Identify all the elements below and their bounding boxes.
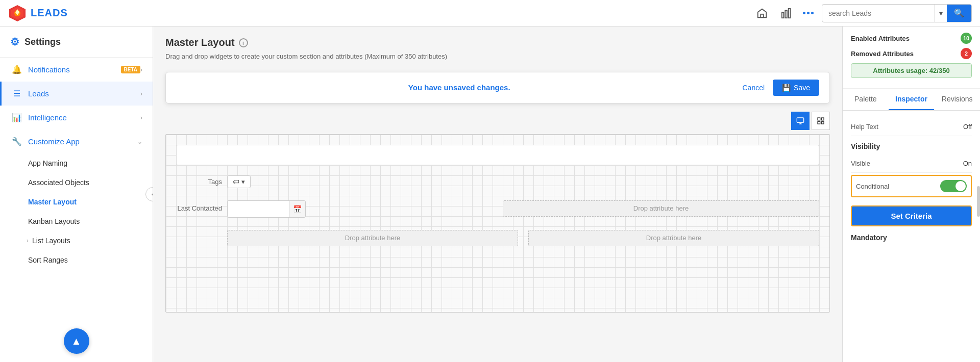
sidebar-item-customize[interactable]: 🔧 Customize App ⌄ — [0, 130, 153, 153]
tags-label: Tags — [176, 178, 227, 186]
svg-rect-14 — [821, 121, 824, 124]
conditional-toggle[interactable] — [940, 180, 967, 192]
drop-zone[interactable]: Drop attribute here — [528, 230, 819, 246]
gear-icon: ⚙ — [10, 36, 19, 48]
last-contacted-row: Last Contacted 📅 Drop attribute here — [176, 200, 819, 218]
attributes-usage: Attributes usage: 42/350 — [851, 63, 972, 78]
submenu-app-naming[interactable]: App Naming — [0, 153, 153, 173]
chevron-up-icon: ▲ — [71, 335, 82, 347]
sidebar-submenu: App Naming Associated Objects Master Lay… — [0, 153, 153, 270]
svg-rect-6 — [785, 10, 787, 18]
svg-rect-11 — [818, 118, 820, 120]
svg-rect-8 — [797, 118, 803, 122]
search-dropdown[interactable]: ▾ — [935, 5, 947, 22]
header-nav — [754, 5, 814, 21]
home-icon[interactable] — [754, 5, 770, 21]
visible-label: Visible — [851, 160, 870, 167]
sidebar-item-label: Leads — [28, 89, 140, 98]
scrollbar-track — [977, 111, 980, 362]
content-area: Master Layout i Drag and drop widgets to… — [153, 27, 980, 362]
inspector-content: Help Text Off Visibility Visible On Cond… — [843, 111, 980, 362]
info-icon[interactable]: i — [239, 38, 248, 47]
sidebar: ⚙ Settings 🔔 Notifications BETA › ☰ Lead… — [0, 27, 153, 362]
removed-label: Removed Attributes — [851, 50, 914, 58]
floppy-disk-icon: 💾 — [782, 84, 791, 92]
tab-inspector[interactable]: Inspector — [889, 89, 935, 110]
drop-zone[interactable]: Drop attribute here — [227, 230, 518, 246]
help-text-label: Help Text — [851, 123, 878, 131]
right-panel: Enabled Attributes 10 Removed Attributes… — [842, 27, 980, 362]
tab-palette[interactable]: Palette — [843, 89, 889, 110]
tags-row: Tags 🏷 ▾ — [176, 175, 819, 188]
chart-icon[interactable] — [778, 5, 795, 21]
svg-rect-12 — [821, 118, 824, 120]
sidebar-header: ⚙ Settings — [0, 27, 153, 58]
submenu-master-layout[interactable]: Master Layout — [0, 192, 153, 212]
customize-icon: 🔧 — [12, 137, 22, 146]
visibility-heading: Visibility — [851, 136, 972, 154]
grid-view-button[interactable] — [812, 112, 830, 130]
cancel-link[interactable]: Cancel — [742, 84, 765, 92]
canvas-subtitle: Drag and drop widgets to create your cus… — [165, 51, 830, 62]
sidebar-item-notifications[interactable]: 🔔 Notifications BETA › — [0, 58, 153, 82]
visible-row: Visible On — [851, 154, 972, 173]
sidebar-item-leads[interactable]: ☰ Leads › — [0, 82, 153, 106]
drop-zone[interactable]: Drop attribute here — [503, 200, 819, 217]
scroll-up-button[interactable]: ▲ — [64, 328, 89, 354]
date-input-wrap[interactable]: 📅 — [227, 200, 306, 218]
visible-value: On — [963, 160, 972, 167]
svg-rect-13 — [818, 121, 820, 124]
toggle-knob — [955, 181, 966, 191]
scrollbar-thumb[interactable] — [977, 186, 980, 217]
notification-icon: 🔔 — [12, 65, 22, 74]
submenu-sort-ranges[interactable]: Sort Ranges — [0, 250, 153, 270]
calendar-icon[interactable]: 📅 — [289, 201, 305, 217]
drop-zone-right-2[interactable]: Drop attribute here — [528, 230, 819, 246]
submenu-kanban-layouts[interactable]: Kanban Layouts — [0, 212, 153, 231]
canvas-area: Master Layout i Drag and drop widgets to… — [153, 27, 842, 362]
conditional-label: Conditional — [856, 183, 889, 190]
svg-rect-7 — [789, 8, 791, 17]
settings-label: Settings — [24, 37, 61, 47]
search-bar[interactable]: ▾ 🔍 — [822, 4, 972, 22]
tags-input[interactable]: 🏷 ▾ — [227, 175, 251, 188]
drop-zone-left[interactable]: Drop attribute here — [227, 230, 518, 246]
tab-revisions[interactable]: Revisions — [934, 89, 980, 110]
chevron-left-icon: ‹ — [152, 191, 153, 198]
removed-attributes-row: Removed Attributes 2 — [851, 48, 972, 59]
intelligence-icon: 📊 — [12, 113, 22, 122]
svg-rect-5 — [782, 12, 784, 18]
submenu-list-layouts[interactable]: List Layouts — [31, 237, 70, 245]
sidebar-item-intelligence[interactable]: 📊 Intelligence › — [0, 106, 153, 130]
set-criteria-button[interactable]: Set Criteria — [851, 205, 972, 226]
svg-rect-4 — [761, 14, 764, 17]
attributes-summary: Enabled Attributes 10 Removed Attributes… — [843, 27, 980, 89]
logo-icon — [8, 4, 27, 22]
more-icon[interactable] — [803, 12, 814, 14]
enabled-attributes-row: Enabled Attributes 10 — [851, 33, 972, 44]
save-button[interactable]: 💾 Save — [773, 80, 819, 96]
search-button[interactable]: 🔍 — [947, 5, 971, 22]
tags-dropdown-icon: ▾ — [241, 178, 245, 186]
removed-count-badge: 2 — [961, 48, 972, 59]
panel-tabs: Palette Inspector Revisions — [843, 89, 980, 111]
master-layout-title: Master Layout — [165, 37, 235, 48]
last-contacted-label: Last Contacted — [176, 204, 227, 213]
chevron-right-icon: › — [140, 114, 142, 121]
app-title: LEADS — [31, 7, 68, 19]
submenu-associated-objects[interactable]: Associated Objects — [0, 173, 153, 192]
drop-zones-row: Drop attribute here Drop attribute here — [176, 230, 819, 246]
help-text-value: Off — [963, 123, 972, 131]
sidebar-item-label: Intelligence — [28, 113, 140, 122]
main-layout: ⚙ Settings 🔔 Notifications BETA › ☰ Lead… — [0, 0, 980, 362]
save-label: Save — [794, 84, 810, 92]
beta-badge: BETA — [121, 66, 140, 73]
chevron-right-icon: › — [140, 66, 142, 73]
chevron-down-icon: ⌄ — [137, 138, 142, 145]
enabled-label: Enabled Attributes — [851, 35, 910, 42]
search-input[interactable] — [822, 9, 935, 17]
layout-canvas: Tags 🏷 ▾ Last Contacted — [165, 134, 830, 313]
desktop-view-button[interactable] — [791, 112, 810, 130]
date-input[interactable] — [228, 201, 289, 217]
drop-zone-right-1[interactable]: Drop attribute here — [503, 200, 819, 217]
